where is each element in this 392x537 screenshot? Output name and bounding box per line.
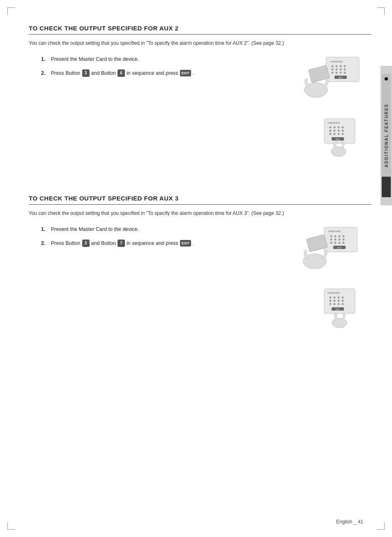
side-tab: ADDITIONAL FEATURES: [380, 66, 392, 205]
section-aux3-layout: 1. Present the Master Card to the device…: [29, 225, 371, 340]
svg-point-3: [336, 65, 338, 67]
section-aux2: TO CHECK THE OUTPUT SPECIFIED FOR AUX 2 …: [29, 25, 371, 170]
corner-mark-br: [377, 522, 385, 530]
svg-point-29: [334, 133, 336, 135]
aux3-step1-num: 1.: [41, 225, 51, 233]
aux3-step2-mid: and Button: [91, 239, 116, 247]
section-aux2-device-img1: SAMSUNG: [302, 55, 371, 108]
side-tab-dot: [385, 77, 388, 81]
svg-point-6: [332, 69, 334, 71]
svg-point-60: [334, 300, 336, 302]
svg-point-69: [332, 318, 347, 328]
aux3-step2-text: Press Button 3 and Button 7 in sequence …: [51, 239, 194, 247]
svg-point-2: [332, 65, 334, 67]
section-aux3-steps-area: 1. Present the Master Card to the device…: [29, 225, 281, 253]
svg-point-46: [334, 242, 337, 244]
svg-point-58: [342, 297, 344, 299]
step2-post: in sequence and press: [127, 69, 178, 77]
aux3-step2-num: 2.: [41, 239, 51, 247]
side-tab-inner: ADDITIONAL FEATURES: [382, 74, 391, 197]
step2-btn1: 3: [82, 69, 90, 77]
section-aux2-step1: 1. Present the Master Card to the device…: [41, 55, 281, 63]
svg-point-13: [344, 72, 346, 74]
svg-point-42: [334, 239, 337, 241]
svg-point-56: [334, 297, 336, 299]
svg-point-9: [344, 69, 346, 71]
svg-text:SAMSUNG: SAMSUNG: [330, 60, 343, 63]
side-tab-text: ADDITIONAL FEATURES: [384, 104, 389, 167]
section-aux3-steps: 1. Present the Master Card to the device…: [41, 225, 281, 247]
section-aux2-device-img2: SAMSUNG ENT: [302, 117, 371, 170]
aux3-step1-label: Present the Master Card to the device.: [51, 225, 139, 233]
step1-label: Present the Master Card to the device.: [51, 55, 139, 63]
svg-point-8: [340, 69, 342, 71]
svg-point-39: [339, 235, 341, 237]
svg-point-25: [334, 130, 336, 132]
svg-point-37: [330, 235, 332, 237]
svg-text:ENT: ENT: [339, 76, 343, 79]
svg-point-30: [338, 133, 340, 135]
svg-point-59: [330, 300, 332, 302]
svg-text:SAMSUNG: SAMSUNG: [327, 292, 340, 294]
svg-point-22: [338, 127, 340, 129]
svg-point-27: [342, 130, 344, 132]
section-aux3-images: SAMSUNG ENT: [289, 225, 371, 340]
svg-point-7: [336, 69, 338, 71]
svg-point-63: [330, 303, 332, 305]
section-aux2-step2: 2. Press Button 3 and Button 6 in sequen…: [41, 69, 281, 77]
section-aux3-step1: 1. Present the Master Card to the device…: [41, 225, 281, 233]
section-aux3-desc: You can check the output setting that yo…: [29, 210, 371, 217]
svg-point-11: [336, 72, 338, 74]
main-content: TO CHECK THE OUTPUT SPECIFIED FOR AUX 2 …: [0, 0, 392, 389]
svg-text:ENT: ENT: [336, 138, 340, 141]
corner-mark-tl: [7, 7, 15, 15]
section-aux2-steps: 1. Present the Master Card to the device…: [41, 55, 281, 77]
page-footer: English _ 41: [336, 519, 363, 525]
section-aux3-title: TO CHECK THE OUTPUT SPECIFIED FOR AUX 3: [29, 195, 371, 205]
aux3-step2-btn2: 7: [118, 240, 125, 247]
step2-dot: .: [193, 69, 194, 77]
svg-point-43: [339, 239, 341, 241]
svg-point-4: [340, 65, 342, 67]
step2-ent: ENT: [180, 70, 191, 76]
page-number: English _ 41: [336, 519, 363, 525]
svg-point-55: [330, 297, 332, 299]
svg-point-41: [330, 239, 332, 241]
step2-mid: and Button: [91, 69, 116, 77]
svg-text:SAMSUNG: SAMSUNG: [328, 230, 341, 233]
section-aux3-step2: 2. Press Button 3 and Button 7 in sequen…: [41, 239, 281, 247]
aux3-step2-ent: ENT: [180, 240, 191, 247]
section-aux2-title: TO CHECK THE OUTPUT SPECIFIED FOR AUX 2: [29, 25, 371, 35]
svg-point-23: [342, 127, 344, 129]
svg-point-47: [339, 242, 341, 244]
section-aux3-device-img1: SAMSUNG ENT: [302, 225, 371, 279]
step1-num: 1.: [41, 55, 51, 63]
svg-text:ENT: ENT: [336, 308, 340, 311]
side-tab-black: [382, 177, 391, 197]
aux3-step1-text: Present the Master Card to the device.: [51, 225, 139, 233]
section-aux2-steps-area: 1. Present the Master Card to the device…: [29, 55, 281, 83]
section-aux2-layout: 1. Present the Master Card to the device…: [29, 55, 371, 170]
section-aux3: TO CHECK THE OUTPUT SPECIFIED FOR AUX 3 …: [29, 195, 371, 340]
aux3-step2-pre: Press Button: [51, 239, 81, 247]
svg-point-66: [342, 303, 344, 305]
section-aux3-device-img2: SAMSUNG ENT: [302, 287, 371, 340]
step2-num: 2.: [41, 69, 51, 77]
svg-point-21: [334, 127, 336, 129]
svg-point-10: [332, 72, 334, 74]
svg-point-24: [330, 130, 332, 132]
section-aux2-desc: You can check the output setting that yo…: [29, 39, 371, 47]
aux3-step2-post: in sequence and press: [127, 239, 178, 247]
svg-point-12: [340, 72, 342, 74]
section-aux2-images: SAMSUNG: [289, 55, 371, 170]
corner-mark-tr: [377, 7, 385, 15]
svg-point-57: [338, 297, 340, 299]
svg-point-65: [338, 303, 340, 305]
step1-text: Present the Master Card to the device.: [51, 55, 139, 63]
svg-text:ENT: ENT: [337, 247, 341, 249]
svg-point-31: [342, 133, 344, 135]
svg-point-5: [344, 65, 346, 67]
svg-point-28: [330, 133, 332, 135]
aux3-step2-dot: .: [193, 239, 194, 247]
svg-point-62: [342, 300, 344, 302]
